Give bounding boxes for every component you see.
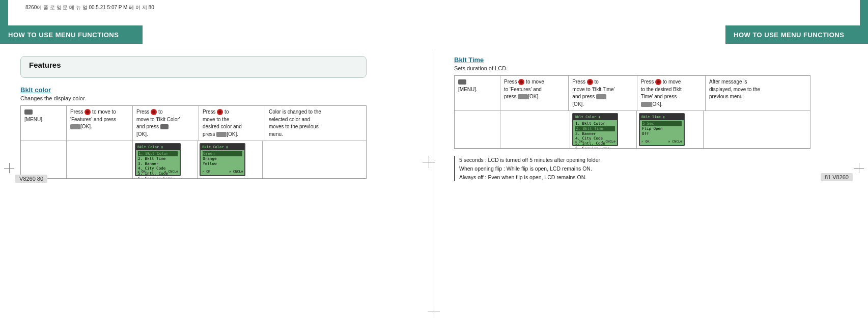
menu-button-icon-r bbox=[458, 79, 466, 85]
lcd-screen-2: Bklt Color ▮ Green Orange Yellow ✓ OK ✕ … bbox=[200, 143, 245, 176]
lcd-r1-selected: 2. Bklt Time bbox=[575, 126, 615, 131]
lcd-r2-selected: 5 Sec bbox=[642, 121, 682, 126]
bklt-time-section: Bklt Time Sets duration of LCD. [MENU]. … bbox=[454, 56, 848, 181]
ok-button-icon bbox=[70, 124, 80, 129]
page-number-right: 81 V8260 bbox=[821, 173, 853, 181]
screen2-cell: Bklt Color ▮ Green Orange Yellow ✓ OK ✕ … bbox=[198, 141, 262, 178]
nav-button-icon2 bbox=[151, 109, 157, 115]
lcd-screen-1: Bklt Color ▮ 1. Bklt Color 2. Bklt Time … bbox=[135, 143, 181, 176]
screen-mockups-row: Bklt Color ▮ 1. Bklt Color 2. Bklt Time … bbox=[21, 141, 366, 178]
lcd-r1-title: Bklt Color ▮ bbox=[573, 114, 617, 120]
features-box: Features bbox=[20, 56, 367, 78]
nav-btn-r3 bbox=[587, 79, 593, 85]
bklt-time-cell-2: Press to move to 'Features' and press [O… bbox=[500, 76, 569, 111]
lcd-screen-r1: Bklt Color ▮ 1. Bklt Color 2. Bklt Time … bbox=[572, 113, 618, 146]
lcd-title-2: Bklt Color ▮ bbox=[201, 144, 244, 150]
header-left-banner: HOW TO USE MENU FUNCTIONS bbox=[0, 25, 143, 44]
bklt-time-title: Bklt Time bbox=[454, 56, 848, 64]
r-screen2-cell: Bklt Time ▮ 5 Sec Flip Open Off ✓ OK ✕ C… bbox=[637, 111, 704, 148]
empty-cell-5 bbox=[263, 141, 366, 178]
bklt-time-instruction-table: [MENU]. Press to move to 'Features' and … bbox=[454, 75, 810, 149]
r-screen1-cell: Bklt Color ▮ 1. Bklt Color 2. Bklt Time … bbox=[570, 111, 637, 148]
note-1: 5 seconds : LCD is turned off 5 minutes … bbox=[459, 156, 800, 164]
bklt-time-cell-5: After message is displayed, move to the … bbox=[706, 76, 810, 111]
ok-btn-r4 bbox=[641, 102, 651, 107]
r-empty-5 bbox=[704, 111, 810, 148]
corner-accent-tr bbox=[860, 0, 868, 25]
bklt-time-subtitle: Sets duration of LCD. bbox=[454, 65, 848, 71]
bklt-time-screen-row: Bklt Color ▮ 1. Bklt Color 2. Bklt Time … bbox=[455, 111, 810, 148]
lcd-bottom-1: ✓ OK ✕ CNCL⊗ bbox=[136, 170, 180, 174]
instr-cell-4: Press to move to the desired color and p… bbox=[199, 106, 265, 141]
bklt-color-subtitle: Changes the display color. bbox=[20, 95, 413, 101]
instr-cell-5: Color is changed to the selected color a… bbox=[265, 106, 366, 141]
nav-btn-r2 bbox=[518, 79, 524, 85]
nav-btn-r4 bbox=[655, 79, 661, 85]
nav-button-icon3 bbox=[217, 109, 223, 115]
lcd-title-1: Bklt Color ▮ bbox=[136, 144, 180, 150]
nav-button-icon bbox=[85, 109, 91, 115]
bklt-color-instruction-table: [MENU]. Press to move to 'Features' and … bbox=[20, 105, 367, 179]
ok-btn-icon3 bbox=[216, 132, 227, 137]
note-2: When opening flip : While flip is open, … bbox=[459, 164, 800, 173]
lcd-bottom-2: ✓ OK ✕ CNCL⊗ bbox=[201, 170, 244, 174]
lcd-r2-title: Bklt Time ▮ bbox=[640, 114, 684, 120]
bklt-time-cell-1: [MENU]. bbox=[455, 76, 500, 111]
bklt-color-title: Bklt color bbox=[20, 86, 413, 94]
lcd-r2-bottom: ✓ OK ✕ CNCL⊗ bbox=[640, 140, 684, 144]
right-page: Bklt Time Sets duration of LCD. [MENU]. … bbox=[434, 51, 868, 186]
bklt-time-notes: 5 seconds : LCD is turned off 5 minutes … bbox=[454, 156, 800, 181]
ok-btn-r3 bbox=[596, 94, 606, 99]
bklt-time-instruction-row: [MENU]. Press to move to 'Features' and … bbox=[455, 76, 810, 111]
header-left-title: HOW TO USE MENU FUNCTIONS bbox=[8, 31, 119, 39]
lcd-item-green: Green bbox=[203, 151, 242, 156]
bklt-color-section: Bklt color Changes the display color. [M… bbox=[20, 86, 413, 179]
ok-btn-r2 bbox=[518, 94, 528, 99]
page-number-left: V8260 80 bbox=[15, 175, 47, 183]
bklt-time-cell-3: Press to move to 'Bklt Time' and press [… bbox=[569, 76, 637, 111]
r-empty-2 bbox=[500, 111, 570, 148]
features-title: Features bbox=[29, 61, 358, 69]
page-meta: 8260이 폴 로 잉 문 메 뉴 얼 00.5.21 5:07 P M 페 이… bbox=[25, 4, 154, 11]
empty-cell-1 bbox=[21, 141, 67, 178]
screen1-cell: Bklt Color ▮ 1. Bklt Color 2. Bklt Time … bbox=[133, 141, 198, 178]
header-right-title: HOW TO USE MENU FUNCTIONS bbox=[734, 31, 844, 39]
instr-cell-3: Press to move to 'Bklt Color' and press … bbox=[133, 106, 199, 141]
header-right-banner: HOW TO USE MENU FUNCTIONS bbox=[725, 25, 868, 44]
menu-button-icon bbox=[24, 109, 33, 115]
corner-accent-tl bbox=[0, 0, 8, 25]
bottom-crosshair bbox=[428, 306, 440, 318]
empty-cell-2 bbox=[67, 141, 133, 178]
note-3: Always off : Even when flip is open, LCD… bbox=[459, 173, 800, 182]
lcd-r1-bottom: ✓ OK ✕ CNCL⊗ bbox=[573, 140, 617, 144]
r-empty-1 bbox=[455, 111, 500, 148]
ok-btn-icon2 bbox=[160, 124, 169, 129]
lcd-item-selected: 1. Bklt Color bbox=[138, 151, 178, 156]
instruction-row: [MENU]. Press to move to 'Features' and … bbox=[21, 106, 366, 141]
instr-cell-1: [MENU]. bbox=[21, 106, 67, 141]
instr-cell-2: Press to move to 'Features' and press [O… bbox=[67, 106, 133, 141]
bklt-time-cell-4: Press to move to the desired Bklt Time' … bbox=[637, 76, 706, 111]
lcd-screen-r2: Bklt Time ▮ 5 Sec Flip Open Off ✓ OK ✕ C… bbox=[639, 113, 685, 146]
